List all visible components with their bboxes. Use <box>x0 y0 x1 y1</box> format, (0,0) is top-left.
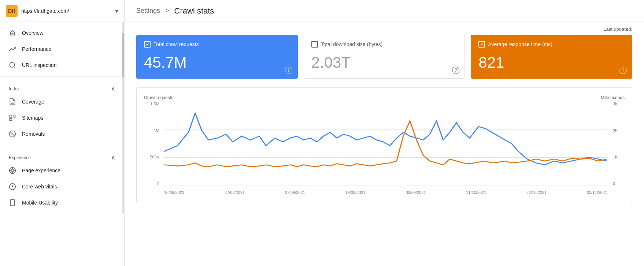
breadcrumb-separator: > <box>165 7 169 15</box>
site-logo: DH <box>6 5 18 17</box>
experience-section-toggle[interactable]: ∧ <box>111 154 115 161</box>
breadcrumb-parent: Settings <box>136 7 160 15</box>
checkbox-download-size[interactable] <box>311 41 318 48</box>
stat-value-download: 2.03T <box>311 53 458 72</box>
checkbox-response-time[interactable] <box>478 41 485 48</box>
core-web-vitals-icon <box>9 183 16 190</box>
site-header: DH https://fr.dhgate.com/ ▾ <box>0 0 124 22</box>
chart-label-left: Crawl requests <box>144 95 173 100</box>
sidebar-item-removals[interactable]: Removals <box>0 126 118 142</box>
sidebar-item-performance[interactable]: Performance <box>0 41 118 57</box>
stat-card-header-response: Average response time (ms) <box>478 41 625 48</box>
sidebar-item-url-inspection-label: URL inspection <box>22 62 56 68</box>
sidebar-item-core-web-vitals[interactable]: Core web vitals <box>0 179 118 195</box>
page-experience-icon <box>9 167 16 174</box>
trending-up-icon <box>9 45 16 53</box>
orange-line <box>164 121 607 166</box>
scrollbar-track <box>122 22 124 214</box>
navigation: Overview Performance URL inspection <box>0 22 124 214</box>
sidebar-item-sitemaps-label: Sitemaps <box>22 115 43 121</box>
coverage-icon <box>9 98 16 105</box>
checkbox-crawl-requests[interactable] <box>144 41 151 48</box>
sidebar-item-overview-label: Overview <box>22 30 43 36</box>
site-url: https://fr.dhgate.com/ <box>21 8 111 14</box>
last-updated-bar: Last updated: <box>125 22 644 35</box>
last-updated-label: Last updated: <box>603 26 632 32</box>
content-area: Last updated: Total crawl requests 45.7M… <box>125 22 644 266</box>
x-label-6: 22/10/2021 <box>526 190 547 195</box>
sidebar-item-core-web-vitals-label: Core web vitals <box>22 184 57 190</box>
stat-value-response: 821 <box>478 53 625 72</box>
x-label-1: 27/08/2021 <box>225 190 245 195</box>
svg-point-13 <box>11 169 14 172</box>
scrollbar-thumb[interactable] <box>122 33 124 77</box>
y-label-right-3: 0 <box>613 181 615 186</box>
x-label-4: 30/09/2021 <box>406 190 426 195</box>
x-axis-labels: 16/08/2021 27/08/2021 07/09/2021 19/09/2… <box>164 188 607 197</box>
svg-rect-4 <box>10 115 12 117</box>
y-label-left-0: 1.5M <box>151 102 159 106</box>
help-icon-download[interactable]: ? <box>452 67 459 74</box>
svg-rect-5 <box>13 115 15 117</box>
y-label-right-2: 1K <box>613 155 618 159</box>
help-icon-crawl[interactable]: ? <box>285 67 292 74</box>
stat-cards: Total crawl requests 45.7M ? Total downl… <box>125 35 644 87</box>
sidebar-item-removals-label: Removals <box>22 131 45 137</box>
home-icon <box>9 29 16 37</box>
chart-label-right: Milliseconds <box>601 95 625 100</box>
x-label-5: 11/10/2021 <box>466 190 486 195</box>
sitemaps-icon <box>9 114 16 121</box>
y-axis-right: 3K 2K 1K 0 <box>610 102 625 186</box>
sidebar-item-mobile-usability[interactable]: Mobile Usability <box>0 195 118 211</box>
y-label-left-1: 1M <box>154 128 159 133</box>
stat-value-crawl: 45.7M <box>144 53 290 72</box>
sidebar-item-coverage-label: Coverage <box>22 99 44 105</box>
chart-area: 1.5M 1M 500K 0 3K 2K 1K 0 <box>144 102 625 197</box>
sidebar-item-coverage[interactable]: Coverage <box>0 94 118 110</box>
stat-card-avg-response-time[interactable]: Average response time (ms) 821 ? <box>471 35 632 79</box>
x-label-0: 16/08/2021 <box>164 190 184 195</box>
experience-section-label: Experience ∧ <box>0 148 124 162</box>
x-label-7: 03/11/2021 <box>587 190 607 195</box>
main-content: Settings > Crawl stats Last updated: Tot… <box>125 0 644 266</box>
index-section-label: Index ∧ <box>0 79 124 94</box>
chart-svg-wrapper <box>164 102 607 186</box>
sidebar-item-page-experience-label: Page experience <box>22 168 60 173</box>
stat-card-response-label: Average response time (ms) <box>488 41 552 47</box>
y-label-right-1: 2K <box>613 128 618 133</box>
sidebar-item-overview[interactable]: Overview <box>0 25 118 41</box>
blue-line <box>164 113 607 165</box>
stat-card-header-download: Total download size (bytes) <box>311 41 458 48</box>
x-label-2: 07/09/2021 <box>285 190 305 195</box>
y-label-left-2: 500K <box>150 155 159 159</box>
stat-card-download-label: Total download size (bytes) <box>321 41 383 47</box>
removals-icon <box>9 130 16 138</box>
help-icon-response[interactable]: ? <box>619 67 627 74</box>
search-icon <box>9 61 16 69</box>
svg-point-0 <box>10 63 15 67</box>
index-section-toggle[interactable]: ∧ <box>111 85 115 92</box>
chart-header: Crawl requests Milliseconds <box>144 95 625 100</box>
stat-card-header-crawl: Total crawl requests <box>144 41 290 48</box>
sidebar-item-sitemaps[interactable]: Sitemaps <box>0 110 118 126</box>
y-label-right-0: 3K <box>613 102 618 106</box>
y-axis-left: 1.5M 1M 500K 0 <box>144 102 162 186</box>
stat-card-total-download-size[interactable]: Total download size (bytes) 2.03T ? <box>304 35 465 79</box>
sidebar-item-url-inspection[interactable]: URL inspection <box>0 57 118 73</box>
svg-line-11 <box>10 132 15 136</box>
y-label-left-3: 0 <box>157 181 159 186</box>
site-dropdown-arrow[interactable]: ▾ <box>115 7 118 15</box>
x-label-3: 19/09/2021 <box>345 190 366 195</box>
stat-card-total-crawl-requests[interactable]: Total crawl requests 45.7M ? <box>136 35 298 79</box>
page-title: Crawl stats <box>174 6 214 16</box>
sidebar-item-mobile-usability-label: Mobile Usability <box>22 200 58 206</box>
topbar: Settings > Crawl stats <box>125 0 644 22</box>
sidebar-item-page-experience[interactable]: Page experience <box>0 162 118 179</box>
stat-card-crawl-label: Total crawl requests <box>153 41 199 47</box>
sidebar: DH https://fr.dhgate.com/ ▾ Overview <box>0 0 125 266</box>
chart-svg <box>164 102 607 186</box>
svg-line-1 <box>14 67 15 68</box>
sidebar-item-performance-label: Performance <box>22 46 51 52</box>
chart-container: Crawl requests Milliseconds 1.5M 1M 500K… <box>136 87 632 203</box>
mobile-icon <box>9 199 16 206</box>
